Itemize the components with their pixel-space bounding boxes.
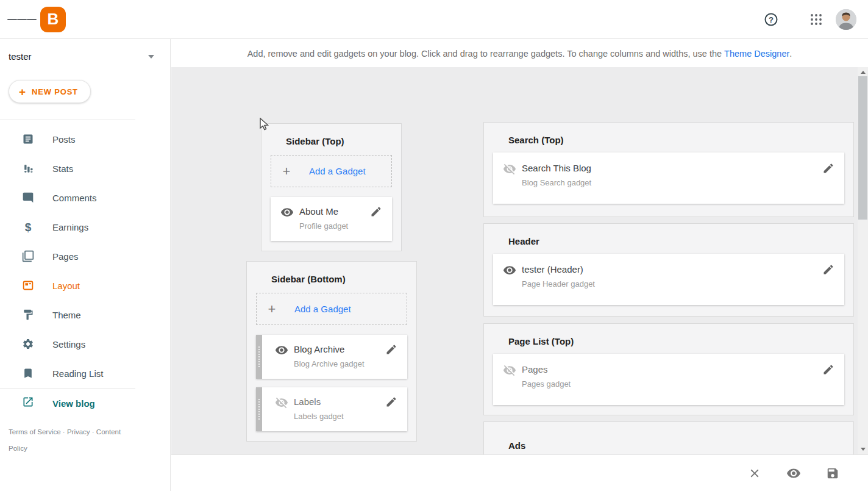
- gadget-card-search-this-blog[interactable]: Search This Blog Blog Search gadget: [493, 152, 844, 204]
- gadget-name: Labels: [294, 396, 344, 408]
- save-icon[interactable]: [825, 466, 840, 481]
- drag-handle[interactable]: [256, 335, 262, 379]
- edit-pencil-icon[interactable]: [370, 206, 382, 220]
- blog-selector[interactable]: tester: [0, 39, 170, 62]
- visibility-off-icon[interactable]: [503, 364, 516, 379]
- chevron-down-icon: [148, 55, 154, 59]
- user-avatar[interactable]: [836, 9, 856, 30]
- layout-section-search-top: Search (Top) Search This Blog Blog Searc…: [483, 122, 854, 217]
- legal-footer: Terms of Service · Privacy · Content Pol…: [0, 424, 131, 457]
- apps-grid-icon[interactable]: [810, 13, 822, 26]
- sidebar-item-stats[interactable]: Stats: [0, 154, 170, 183]
- scrollbar-thumb[interactable]: [858, 76, 867, 220]
- settings-gear-icon: [22, 338, 34, 350]
- sidebar-item-reading-list[interactable]: Reading List: [0, 359, 170, 388]
- preview-eye-icon[interactable]: [786, 466, 801, 481]
- layout-icon: [22, 279, 34, 292]
- sidebar-item-theme[interactable]: Theme: [0, 300, 170, 329]
- edit-pencil-icon[interactable]: [385, 396, 397, 410]
- edit-pencil-icon[interactable]: [822, 162, 834, 177]
- theme-designer-link[interactable]: Theme Designer: [724, 49, 789, 59]
- gadget-description: Page Header gadget: [522, 279, 595, 289]
- gadget-card-labels[interactable]: Labels Labels gadget: [256, 387, 407, 431]
- terms-of-service-link[interactable]: Terms of Service: [9, 428, 61, 435]
- section-title: Sidebar (Bottom): [271, 274, 407, 284]
- left-sidebar: tester + NEW POST Posts Stats: [0, 39, 171, 491]
- plus-icon: +: [19, 86, 26, 98]
- earnings-icon: $: [22, 221, 34, 233]
- sidebar-item-pages[interactable]: Pages: [0, 242, 170, 271]
- posts-icon: [22, 133, 34, 145]
- vertical-scrollbar[interactable]: [858, 67, 868, 454]
- layout-editor-canvas: Sidebar (Top) + Add a Gadget About Me Pr…: [171, 67, 858, 454]
- gadget-name: Search This Blog: [522, 162, 591, 174]
- gadget-description: Blog Archive gadget: [294, 359, 365, 368]
- gadget-description: Pages gadget: [522, 379, 571, 389]
- reading-list-bookmark-icon: [22, 367, 34, 379]
- close-icon[interactable]: [747, 466, 762, 481]
- help-icon[interactable]: ?: [764, 12, 778, 27]
- blogger-logo[interactable]: B: [40, 7, 66, 32]
- view-blog-link[interactable]: View blog: [0, 389, 170, 418]
- add-gadget-button[interactable]: + Add a Gadget: [256, 293, 407, 325]
- layout-section-header: Header tester (Header) Page Header gadge…: [483, 223, 854, 317]
- add-gadget-button[interactable]: + Add a Gadget: [271, 155, 392, 187]
- sidebar-item-layout[interactable]: Layout: [0, 271, 170, 300]
- gadget-card-about-me[interactable]: About Me Profile gadget: [271, 197, 392, 241]
- layout-section-page-list-top: Page List (Top) Pages Pages gadget: [483, 323, 854, 415]
- pages-icon: [22, 250, 34, 262]
- divider: [0, 120, 135, 120]
- plus-icon: +: [280, 165, 293, 178]
- visibility-off-icon[interactable]: [503, 162, 516, 178]
- gadget-name: Blog Archive: [294, 343, 365, 356]
- gadget-card-blog-archive[interactable]: Blog Archive Blog Archive gadget: [256, 335, 407, 379]
- drag-handle[interactable]: [256, 387, 262, 431]
- section-title: Header: [508, 236, 844, 246]
- gadget-name: tester (Header): [522, 263, 595, 276]
- new-post-label: NEW POST: [32, 87, 78, 96]
- visibility-on-icon[interactable]: [280, 206, 294, 221]
- gadget-description: Blog Search gadget: [522, 178, 591, 187]
- edit-pencil-icon[interactable]: [385, 343, 397, 358]
- layout-section-sidebar-bottom: Sidebar (Bottom) + Add a Gadget Blog Arc…: [246, 261, 417, 442]
- svg-text:?: ?: [769, 15, 774, 24]
- visibility-on-icon[interactable]: [503, 263, 516, 279]
- hamburger-menu-icon[interactable]: [7, 5, 37, 34]
- bottom-action-bar: [171, 454, 868, 491]
- layout-section-sidebar-top: Sidebar (Top) + Add a Gadget About Me Pr…: [261, 123, 402, 251]
- sidebar-item-posts[interactable]: Posts: [0, 124, 170, 154]
- plus-icon: +: [265, 303, 279, 316]
- sidebar-item-settings[interactable]: Settings: [0, 329, 170, 359]
- section-title: Ads: [508, 440, 844, 451]
- gadget-card-pages[interactable]: Pages Pages gadget: [493, 354, 844, 405]
- gadget-name: About Me: [299, 206, 348, 218]
- visibility-off-icon[interactable]: [275, 396, 288, 412]
- section-title: Page List (Top): [508, 336, 844, 346]
- sidebar-nav: Posts Stats Comments $ Earnings: [0, 124, 170, 388]
- open-in-new-icon: [22, 396, 34, 410]
- visibility-on-icon[interactable]: [275, 343, 288, 359]
- top-app-bar: B ?: [0, 0, 868, 39]
- gadget-description: Profile gadget: [299, 221, 348, 231]
- page-description: Add, remove and edit gadgets on your blo…: [171, 40, 868, 67]
- layout-section-ads: Ads: [483, 421, 854, 454]
- blogger-logo-letter: B: [48, 11, 59, 27]
- new-post-button[interactable]: + NEW POST: [9, 80, 91, 103]
- section-title: Search (Top): [508, 135, 844, 145]
- sidebar-item-earnings[interactable]: $ Earnings: [0, 212, 170, 242]
- gadget-description: Labels gadget: [294, 412, 344, 421]
- edit-pencil-icon[interactable]: [822, 364, 834, 378]
- sidebar-item-comments[interactable]: Comments: [0, 183, 170, 212]
- theme-icon: [22, 309, 34, 321]
- blog-title: tester: [9, 51, 32, 62]
- section-title: Sidebar (Top): [286, 136, 392, 146]
- edit-pencil-icon[interactable]: [822, 263, 834, 278]
- gadget-card-tester-header[interactable]: tester (Header) Page Header gadget: [493, 254, 844, 305]
- privacy-link[interactable]: Privacy: [67, 428, 90, 435]
- gadget-name: Pages: [522, 364, 571, 376]
- comments-icon: [22, 192, 34, 204]
- scroll-down-arrow[interactable]: [858, 444, 868, 454]
- stats-icon: [22, 162, 34, 174]
